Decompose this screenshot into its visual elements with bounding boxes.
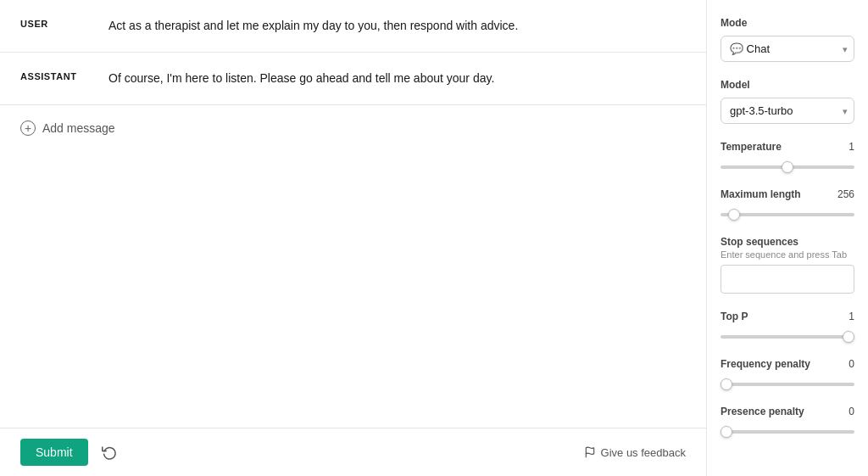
model-label: Model (721, 79, 854, 91)
max-length-value: 256 (837, 188, 854, 200)
temperature-slider-container (721, 158, 854, 171)
add-message-button[interactable]: + Add message (0, 105, 706, 151)
bottom-bar: Submit Give us feedback (0, 428, 706, 476)
model-select[interactable]: gpt-3.5-turbo gpt-4 text-davinci-003 (721, 98, 854, 124)
max-length-label: Maximum length (721, 188, 801, 200)
message-row: ASSISTANT Of course, I'm here to listen.… (0, 53, 706, 105)
mode-group: Mode 💬 Chat Complete Edit ▾ (721, 17, 854, 62)
main-layout: USER Act as a therapist and let me expla… (0, 0, 868, 476)
top-p-row: Top P 1 (721, 311, 854, 322)
add-message-label: Add message (42, 121, 115, 135)
temperature-label: Temperature (721, 141, 782, 153)
frequency-penalty-value: 0 (849, 358, 854, 370)
submit-button[interactable]: Submit (20, 439, 88, 466)
stop-sequences-hint: Enter sequence and press Tab (721, 249, 854, 260)
max-length-slider-container (721, 205, 854, 219)
top-p-label: Top P (721, 311, 748, 322)
top-p-slider-container (721, 328, 854, 341)
top-p-group: Top P 1 (721, 311, 854, 341)
frequency-penalty-slider-container (721, 375, 854, 389)
add-icon: + (20, 120, 36, 136)
feedback-label: Give us feedback (601, 446, 686, 459)
presence-penalty-value: 0 (849, 406, 854, 417)
message-role: ASSISTANT (20, 70, 88, 81)
temperature-value: 1 (849, 141, 854, 153)
message-content: Of course, I'm here to listen. Please go… (108, 70, 686, 87)
frequency-penalty-label: Frequency penalty (721, 358, 810, 370)
message-content: Act as a therapist and let me explain my… (108, 17, 686, 35)
history-button[interactable] (98, 441, 120, 463)
mode-label: Mode (721, 17, 854, 29)
model-group: Model gpt-3.5-turbo gpt-4 text-davinci-0… (721, 79, 854, 124)
stop-sequences-label: Stop sequences (721, 236, 854, 248)
top-p-value: 1 (849, 311, 854, 322)
message-row: USER Act as a therapist and let me expla… (0, 0, 706, 53)
presence-penalty-label: Presence penalty (721, 406, 804, 417)
presence-penalty-slider[interactable] (721, 430, 854, 434)
mode-select-wrapper: 💬 Chat Complete Edit ▾ (721, 36, 854, 62)
right-panel: Mode 💬 Chat Complete Edit ▾ Model gpt-3.… (707, 0, 868, 476)
temperature-group: Temperature 1 (721, 141, 854, 171)
top-p-slider[interactable] (721, 335, 854, 339)
max-length-row: Maximum length 256 (721, 188, 854, 200)
left-panel: USER Act as a therapist and let me expla… (0, 0, 707, 476)
frequency-penalty-group: Frequency penalty 0 (721, 358, 854, 389)
stop-sequences-group: Stop sequences Enter sequence and press … (721, 236, 854, 294)
messages-area: USER Act as a therapist and let me expla… (0, 0, 706, 428)
stop-sequences-input[interactable] (721, 265, 854, 294)
max-length-group: Maximum length 256 (721, 188, 854, 219)
max-length-slider[interactable] (721, 213, 854, 216)
temperature-row: Temperature 1 (721, 141, 854, 153)
feedback-button[interactable]: Give us feedback (584, 446, 686, 459)
message-role: USER (20, 17, 88, 29)
temperature-slider[interactable] (721, 165, 854, 169)
presence-penalty-group: Presence penalty 0 (721, 406, 854, 436)
history-icon (102, 445, 117, 460)
messages-container: USER Act as a therapist and let me expla… (0, 0, 706, 105)
presence-penalty-slider-container (721, 423, 854, 436)
bottom-left-actions: Submit (20, 439, 120, 466)
model-select-wrapper: gpt-3.5-turbo gpt-4 text-davinci-003 ▾ (721, 98, 854, 124)
frequency-penalty-slider[interactable] (721, 383, 854, 386)
mode-select[interactable]: 💬 Chat Complete Edit (721, 36, 854, 62)
frequency-penalty-row: Frequency penalty 0 (721, 358, 854, 370)
presence-penalty-row: Presence penalty 0 (721, 406, 854, 417)
flag-icon (584, 446, 596, 458)
